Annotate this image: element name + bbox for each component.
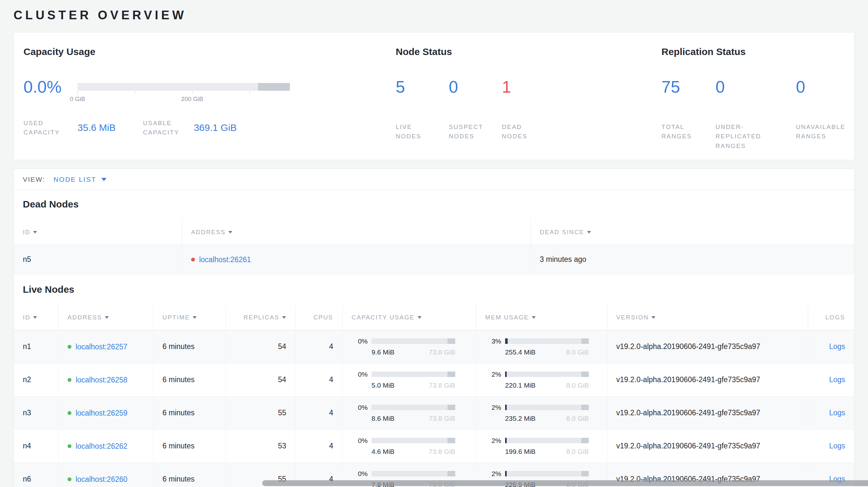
column-header-id[interactable]: ID xyxy=(14,305,58,330)
bar-cap-segment xyxy=(447,338,455,344)
sort-arrow-icon xyxy=(651,316,655,319)
node-status-section: Node Status 5 LIVE NODES 0 SUSPECT NODES… xyxy=(396,46,661,160)
capacity-used-value: 8.6 MiB xyxy=(372,415,395,422)
uptime-cell: 6 minutes xyxy=(153,396,226,429)
column-header-address[interactable]: ADDRESS xyxy=(182,220,530,245)
node-address-link[interactable]: localhost:26257 xyxy=(75,343,127,351)
sort-arrow-icon xyxy=(33,231,37,233)
mem-total-value: 8.0 GiB xyxy=(566,348,589,356)
table-row: n1 localhost:26257 6 minutes 54 4 0% xyxy=(14,330,854,363)
unavailable-ranges-count: 0 xyxy=(796,78,845,95)
node-address-cell: localhost:26260 xyxy=(58,462,153,487)
sort-arrow-icon xyxy=(587,231,591,233)
capacity-bar xyxy=(372,471,455,476)
mem-usage-cell: 2% 235.2 MiB 8.0 GiB xyxy=(476,396,607,429)
live-status-dot-icon xyxy=(68,477,71,481)
table-header-row: ID ADDRESS UPTIME REPLICAS CPUS CAPACITY… xyxy=(14,305,854,330)
uptime-cell: 6 minutes xyxy=(153,363,226,396)
node-address-link[interactable]: localhost:26262 xyxy=(75,442,127,451)
usable-capacity-value: 369.1 GiB xyxy=(194,122,237,133)
capacity-usage-heading: Capacity Usage xyxy=(24,46,396,57)
used-capacity-label: USED CAPACITY xyxy=(24,118,78,137)
replicas-cell: 55 xyxy=(225,396,295,429)
view-selector-dropdown[interactable]: NODE LIST xyxy=(53,175,106,183)
version-cell: v19.2.0-alpha.20190606-2491-gfe735c9a97 xyxy=(607,330,808,363)
mem-used-value: 235.2 MiB xyxy=(505,415,536,422)
unavailable-ranges-stat: 0 UNAVAILABLE RANGES xyxy=(796,78,845,151)
mem-usage-cell: 3% 255.4 MiB 8.0 GiB xyxy=(476,330,607,363)
capacity-bar xyxy=(372,438,455,443)
tick-label-0gib: 0 GiB xyxy=(70,96,85,103)
horizontal-scrollbar-thumb[interactable] xyxy=(262,480,868,486)
view-bar: VIEW: NODE LIST xyxy=(14,169,854,190)
table-header-row: ID ADDRESS DEAD SINCE xyxy=(14,220,854,245)
mem-percent: 3% xyxy=(485,337,501,345)
column-header-capacity-usage[interactable]: CAPACITY USAGE xyxy=(342,305,476,330)
replicas-cell: 54 xyxy=(225,363,295,396)
total-ranges-count: 75 xyxy=(661,78,715,95)
version-cell: v19.2.0-alpha.20190606-2491-gfe735c9a97 xyxy=(607,363,808,396)
column-header-uptime[interactable]: UPTIME xyxy=(153,305,226,330)
version-cell: v19.2.0-alpha.20190606-2491-gfe735c9a97 xyxy=(607,429,808,462)
dead-nodes-stat: 1 DEAD NODES xyxy=(502,78,555,141)
bar-cap-segment xyxy=(447,438,455,443)
replicas-cell: 54 xyxy=(225,330,295,363)
logs-cell: Logs xyxy=(808,396,854,429)
bar-cap-segment xyxy=(447,404,455,410)
sort-arrow-icon xyxy=(228,231,232,233)
tick-mark xyxy=(250,91,250,95)
sort-arrow-icon xyxy=(33,316,37,319)
capacity-usage-section: Capacity Usage 0.0% 0 GiB 200 Gi xyxy=(24,46,396,160)
capacity-percent: 0% xyxy=(352,437,368,445)
column-header-dead-since[interactable]: DEAD SINCE xyxy=(530,220,854,245)
table-row: n2 localhost:26258 6 minutes 54 4 0% xyxy=(14,363,854,396)
mem-used-value: 199.6 MiB xyxy=(505,448,536,455)
node-address-link[interactable]: localhost:26261 xyxy=(199,255,251,264)
sort-arrow-icon xyxy=(532,316,536,319)
cpus-cell: 4 xyxy=(295,330,342,363)
under-replicated-ranges-stat: 0 UNDER-REPLICATED RANGES xyxy=(715,78,796,151)
column-header-id[interactable]: ID xyxy=(14,220,182,245)
node-address-link[interactable]: localhost:26258 xyxy=(75,376,127,384)
logs-link[interactable]: Logs xyxy=(829,376,845,384)
node-address-link[interactable]: localhost:26260 xyxy=(75,475,127,484)
uptime-cell: 6 minutes xyxy=(153,462,226,487)
dead-nodes-count: 1 xyxy=(502,78,555,95)
logs-link[interactable]: Logs xyxy=(829,342,845,351)
unavailable-ranges-label: UNAVAILABLE RANGES xyxy=(796,122,845,141)
tick-mark xyxy=(192,91,192,95)
live-nodes-title: Live Nodes xyxy=(23,284,845,295)
cpus-cell: 4 xyxy=(295,363,342,396)
logs-link[interactable]: Logs xyxy=(829,442,845,450)
dead-nodes-label: DEAD NODES xyxy=(502,122,528,141)
capacity-bar xyxy=(372,371,455,377)
column-header-replicas[interactable]: REPLICAS xyxy=(225,305,295,330)
mem-percent: 2% xyxy=(485,370,501,378)
node-id-cell: n5 xyxy=(14,245,182,274)
bar-cap-segment xyxy=(581,404,589,410)
capacity-bar-track xyxy=(78,83,290,91)
mem-total-value: 8.0 GiB xyxy=(566,448,589,455)
bar-cap-segment xyxy=(581,438,589,443)
column-header-mem-usage[interactable]: MEM USAGE xyxy=(476,305,607,330)
capacity-bar xyxy=(372,338,455,344)
column-header-address[interactable]: ADDRESS xyxy=(58,305,153,330)
mem-usage-cell: 2% 220.1 MiB 8.0 GiB xyxy=(476,363,607,396)
logs-link[interactable]: Logs xyxy=(829,409,845,417)
column-header-version[interactable]: VERSION xyxy=(607,305,808,330)
node-address-link[interactable]: localhost:26259 xyxy=(75,409,127,418)
mem-percent: 2% xyxy=(485,437,501,445)
capacity-usage-cell: 0% 5.0 MiB 73.8 GiB xyxy=(342,363,476,396)
suspect-nodes-stat: 0 SUSPECT NODES xyxy=(449,78,502,141)
dead-since-cell: 3 minutes ago xyxy=(530,245,854,274)
node-id-cell: n2 xyxy=(14,363,58,396)
dead-status-dot-icon xyxy=(191,258,195,261)
capacity-total-value: 73.8 GiB xyxy=(429,348,455,356)
sort-arrow-icon xyxy=(282,316,286,319)
mem-bar xyxy=(505,471,589,476)
table-row: n5 localhost:26261 3 minutes ago xyxy=(14,245,854,274)
mem-bar xyxy=(505,371,589,377)
used-capacity-value: 35.6 MiB xyxy=(78,122,116,133)
live-status-dot-icon xyxy=(68,378,71,382)
mem-total-value: 8.0 GiB xyxy=(566,382,589,389)
